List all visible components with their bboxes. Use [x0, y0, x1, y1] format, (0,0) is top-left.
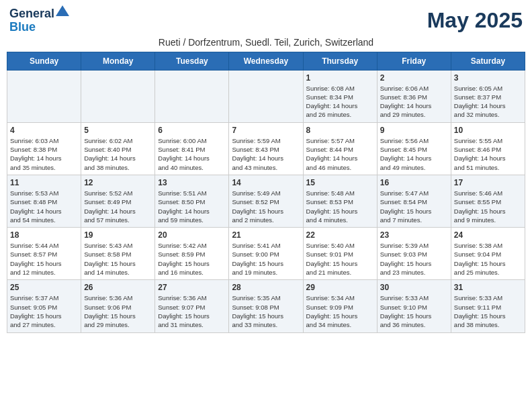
day-number: 19 — [84, 230, 152, 240]
day-cell: 23Sunrise: 5:39 AM Sunset: 9:03 PM Dayli… — [377, 228, 451, 280]
day-info: Sunrise: 5:47 AM Sunset: 8:54 PM Dayligh… — [380, 189, 448, 224]
logo-text: General Blue — [9, 7, 69, 34]
day-info: Sunrise: 5:49 AM Sunset: 8:52 PM Dayligh… — [232, 189, 300, 224]
day-info: Sunrise: 6:00 AM Sunset: 8:41 PM Dayligh… — [158, 136, 226, 172]
day-number: 27 — [158, 283, 226, 292]
calendar-header: Sunday Monday Tuesday Wednesday Thursday… — [7, 52, 525, 70]
week-row-5: 25Sunrise: 5:37 AM Sunset: 9:05 PM Dayli… — [7, 280, 525, 332]
day-cell: 9Sunrise: 5:56 AM Sunset: 8:45 PM Daylig… — [377, 122, 451, 175]
calendar-body: 1Sunrise: 6:08 AM Sunset: 8:34 PM Daylig… — [7, 70, 525, 332]
day-info: Sunrise: 5:42 AM Sunset: 8:59 PM Dayligh… — [158, 241, 226, 277]
col-tuesday: Tuesday — [155, 52, 229, 70]
day-number: 13 — [158, 178, 226, 187]
day-cell: 14Sunrise: 5:49 AM Sunset: 8:52 PM Dayli… — [229, 175, 303, 227]
logo-blue: Blue — [9, 20, 36, 34]
day-info: Sunrise: 5:33 AM Sunset: 9:11 PM Dayligh… — [454, 293, 522, 329]
day-number: 25 — [10, 283, 78, 292]
day-number: 5 — [84, 126, 152, 135]
day-info: Sunrise: 5:34 AM Sunset: 9:09 PM Dayligh… — [306, 293, 374, 329]
day-info: Sunrise: 5:39 AM Sunset: 9:03 PM Dayligh… — [380, 241, 448, 277]
day-cell: 7Sunrise: 5:59 AM Sunset: 8:43 PM Daylig… — [229, 122, 303, 175]
day-number: 10 — [454, 126, 522, 135]
day-cell: 10Sunrise: 5:55 AM Sunset: 8:46 PM Dayli… — [451, 122, 525, 175]
day-cell: 30Sunrise: 5:33 AM Sunset: 9:10 PM Dayli… — [377, 280, 451, 332]
subtitle: Rueti / Dorfzentrum, Suedl. Teil, Zurich… — [7, 37, 525, 48]
logo-icon — [56, 5, 69, 16]
day-number: 16 — [380, 178, 448, 187]
day-info: Sunrise: 6:06 AM Sunset: 8:36 PM Dayligh… — [380, 84, 448, 120]
day-number: 7 — [232, 126, 300, 135]
day-cell: 24Sunrise: 5:38 AM Sunset: 9:04 PM Dayli… — [451, 228, 525, 280]
day-info: Sunrise: 5:48 AM Sunset: 8:53 PM Dayligh… — [306, 189, 374, 224]
day-cell: 17Sunrise: 5:46 AM Sunset: 8:55 PM Dayli… — [451, 175, 525, 227]
col-monday: Monday — [81, 52, 155, 70]
day-info: Sunrise: 5:36 AM Sunset: 9:06 PM Dayligh… — [84, 293, 152, 329]
week-row-2: 4Sunrise: 6:03 AM Sunset: 8:38 PM Daylig… — [7, 122, 525, 175]
day-info: Sunrise: 5:52 AM Sunset: 8:49 PM Dayligh… — [84, 189, 152, 224]
day-info: Sunrise: 5:43 AM Sunset: 8:58 PM Dayligh… — [84, 241, 152, 277]
day-number: 3 — [454, 73, 522, 83]
day-cell: 21Sunrise: 5:41 AM Sunset: 9:00 PM Dayli… — [229, 228, 303, 280]
day-info: Sunrise: 5:33 AM Sunset: 9:10 PM Dayligh… — [380, 293, 448, 329]
day-cell: 1Sunrise: 6:08 AM Sunset: 8:34 PM Daylig… — [303, 70, 377, 122]
day-number: 31 — [454, 283, 522, 292]
col-saturday: Saturday — [451, 52, 525, 70]
day-cell: 6Sunrise: 6:00 AM Sunset: 8:41 PM Daylig… — [155, 122, 229, 175]
day-cell: 31Sunrise: 5:33 AM Sunset: 9:11 PM Dayli… — [451, 280, 525, 332]
day-info: Sunrise: 6:05 AM Sunset: 8:37 PM Dayligh… — [454, 84, 522, 120]
day-info: Sunrise: 5:51 AM Sunset: 8:50 PM Dayligh… — [158, 189, 226, 224]
day-info: Sunrise: 5:46 AM Sunset: 8:55 PM Dayligh… — [454, 189, 522, 224]
day-cell — [81, 70, 155, 122]
day-cell: 18Sunrise: 5:44 AM Sunset: 8:57 PM Dayli… — [7, 228, 81, 280]
day-number: 28 — [232, 283, 300, 292]
day-info: Sunrise: 5:44 AM Sunset: 8:57 PM Dayligh… — [10, 241, 78, 277]
day-info: Sunrise: 5:56 AM Sunset: 8:45 PM Dayligh… — [380, 136, 448, 172]
day-number: 18 — [10, 230, 78, 240]
day-cell: 8Sunrise: 5:57 AM Sunset: 8:44 PM Daylig… — [303, 122, 377, 175]
day-cell: 26Sunrise: 5:36 AM Sunset: 9:06 PM Dayli… — [81, 280, 155, 332]
day-number: 24 — [454, 230, 522, 240]
day-cell: 4Sunrise: 6:03 AM Sunset: 8:38 PM Daylig… — [7, 122, 81, 175]
day-cell — [7, 70, 81, 122]
day-number: 29 — [306, 283, 374, 292]
day-number: 12 — [84, 178, 152, 187]
day-cell: 15Sunrise: 5:48 AM Sunset: 8:53 PM Dayli… — [303, 175, 377, 227]
week-row-4: 18Sunrise: 5:44 AM Sunset: 8:57 PM Dayli… — [7, 228, 525, 280]
logo: General Blue — [9, 7, 69, 34]
day-number: 6 — [158, 126, 226, 135]
day-number: 9 — [380, 126, 448, 135]
day-info: Sunrise: 5:36 AM Sunset: 9:07 PM Dayligh… — [158, 293, 226, 329]
day-info: Sunrise: 5:38 AM Sunset: 9:04 PM Dayligh… — [454, 241, 522, 277]
day-number: 26 — [84, 283, 152, 292]
day-cell: 29Sunrise: 5:34 AM Sunset: 9:09 PM Dayli… — [303, 280, 377, 332]
day-number: 14 — [232, 178, 300, 187]
day-cell: 19Sunrise: 5:43 AM Sunset: 8:58 PM Dayli… — [81, 228, 155, 280]
day-cell: 2Sunrise: 6:06 AM Sunset: 8:36 PM Daylig… — [377, 70, 451, 122]
day-cell — [155, 70, 229, 122]
day-cell: 12Sunrise: 5:52 AM Sunset: 8:49 PM Dayli… — [81, 175, 155, 227]
day-number: 4 — [10, 126, 78, 135]
day-number: 2 — [380, 73, 448, 83]
col-sunday: Sunday — [7, 52, 81, 70]
week-row-3: 11Sunrise: 5:53 AM Sunset: 8:48 PM Dayli… — [7, 175, 525, 227]
day-cell — [229, 70, 303, 122]
day-info: Sunrise: 5:55 AM Sunset: 8:46 PM Dayligh… — [454, 136, 522, 172]
day-info: Sunrise: 6:02 AM Sunset: 8:40 PM Dayligh… — [84, 136, 152, 172]
day-info: Sunrise: 5:41 AM Sunset: 9:00 PM Dayligh… — [232, 241, 300, 277]
day-cell: 25Sunrise: 5:37 AM Sunset: 9:05 PM Dayli… — [7, 280, 81, 332]
svg-marker-0 — [56, 5, 69, 16]
day-info: Sunrise: 6:08 AM Sunset: 8:34 PM Dayligh… — [306, 84, 374, 120]
day-number: 22 — [306, 230, 374, 240]
col-thursday: Thursday — [303, 52, 377, 70]
day-cell: 13Sunrise: 5:51 AM Sunset: 8:50 PM Dayli… — [155, 175, 229, 227]
week-row-1: 1Sunrise: 6:08 AM Sunset: 8:34 PM Daylig… — [7, 70, 525, 122]
day-cell: 3Sunrise: 6:05 AM Sunset: 8:37 PM Daylig… — [451, 70, 525, 122]
day-cell: 28Sunrise: 5:35 AM Sunset: 9:08 PM Dayli… — [229, 280, 303, 332]
day-cell: 20Sunrise: 5:42 AM Sunset: 8:59 PM Dayli… — [155, 228, 229, 280]
page-header: General Blue May 2025 — [7, 7, 525, 34]
col-wednesday: Wednesday — [229, 52, 303, 70]
day-cell: 5Sunrise: 6:02 AM Sunset: 8:40 PM Daylig… — [81, 122, 155, 175]
day-number: 23 — [380, 230, 448, 240]
header-row: Sunday Monday Tuesday Wednesday Thursday… — [7, 52, 525, 70]
day-number: 20 — [158, 230, 226, 240]
